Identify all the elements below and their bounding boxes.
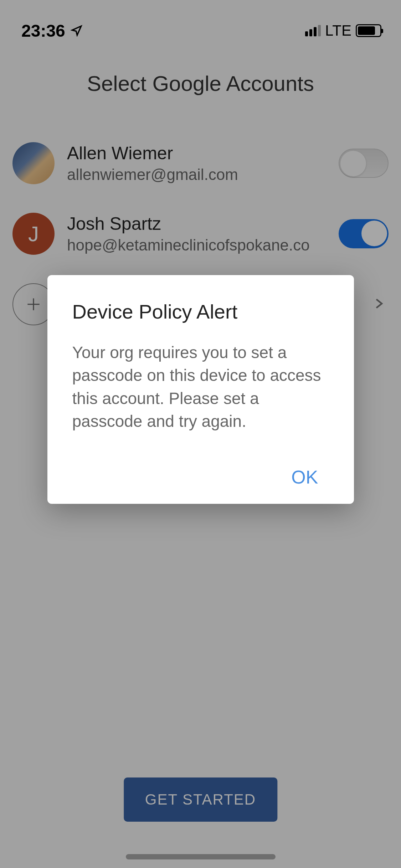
modal-dialog: Device Policy Alert Your org requires yo…: [47, 275, 354, 504]
modal-message: Your org requires you to set a passcode …: [72, 341, 329, 433]
modal-overlay: Device Policy Alert Your org requires yo…: [0, 0, 401, 868]
modal-actions: OK: [72, 463, 329, 491]
modal-title: Device Policy Alert: [72, 300, 329, 323]
modal-ok-button[interactable]: OK: [281, 463, 329, 491]
